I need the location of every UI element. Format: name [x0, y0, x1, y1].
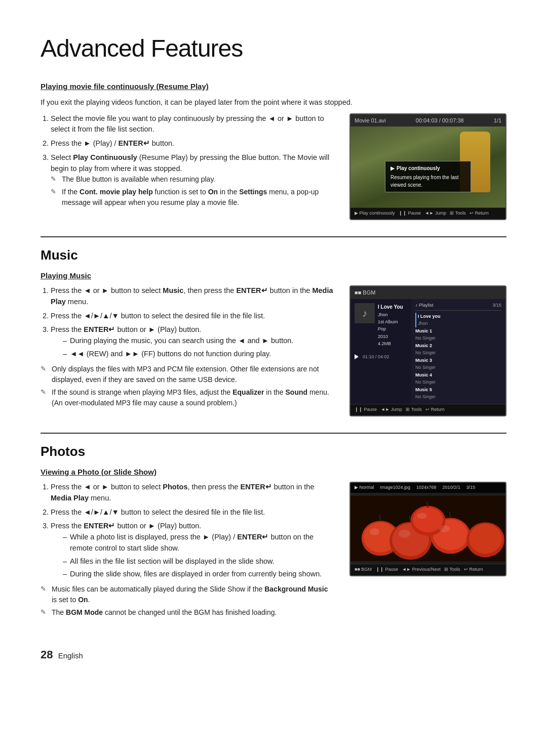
page-footer: 28 English: [41, 646, 506, 663]
music-screen: ■■ BGM ♪ I Love You Jhon 1st Album Pop 2…: [349, 285, 506, 416]
dash-item: All files in the file list section will …: [63, 556, 333, 567]
note-item: The BGM Mode cannot be changed until the…: [41, 607, 333, 618]
note-item: The Blue button is available when resumi…: [51, 174, 333, 185]
step-item: Press the ENTER↵ button or ► (Play) butt…: [51, 521, 333, 580]
dash-item: During the slide show, files are display…: [63, 569, 333, 580]
playing-music-heading: Playing Music: [41, 270, 506, 282]
svg-point-10: [413, 507, 443, 532]
music-bottom-text: ❙❙ Pause ◄► Jump ⊞ Tools ↩ Return: [355, 406, 445, 413]
photo-resolution: 1024x768: [416, 484, 437, 491]
screen-timecode: 00:04:03 / 00:07:38: [416, 116, 464, 125]
photos-text: Press the ◄ or ► button to select Photos…: [41, 482, 333, 622]
photos-steps: Press the ◄ or ► button to select Photos…: [51, 482, 333, 580]
music-screen-body: ♪ I Love You Jhon 1st Album Pop 2010 4.2…: [350, 299, 505, 404]
music-track-info: I Love You Jhon 1st Album Pop 2010 4.2MB: [378, 303, 403, 348]
music-heading: Music: [41, 245, 506, 265]
now-playing: ♪ I Love You Jhon 1st Album Pop 2010 4.2…: [355, 303, 407, 348]
screen-top-bar: Movie 01.avi 00:04:03 / 00:07:38 1/1: [350, 114, 505, 127]
popup-title-text: Play continuously: [397, 164, 440, 172]
track-title: I Love You: [378, 303, 403, 311]
note-item: If the sound is strange when playing MP3…: [41, 387, 333, 408]
step-item: Press the ENTER↵ button or ► (Play) butt…: [51, 324, 333, 359]
track-year: 2010: [378, 333, 403, 340]
photos-heading: Photos: [41, 442, 506, 461]
movie-screen: Movie 01.avi 00:04:03 / 00:07:38 1/1 ▶ P…: [349, 113, 506, 220]
music-steps: Press the ◄ or ► button to select Music,…: [51, 285, 333, 360]
photo-mode: ▶ Normal: [355, 484, 374, 491]
step-item: Select Play Continuously (Resume Play) b…: [51, 152, 333, 208]
photo-screen: ▶ Normal Image1024.jpg 1024x768 2010/2/1…: [349, 482, 506, 576]
svg-point-18: [417, 513, 427, 519]
page-title: Advanced Features: [41, 30, 506, 67]
photos-content: Press the ◄ or ► button to select Photos…: [41, 482, 506, 622]
language-label: English: [58, 651, 83, 660]
note-item: Music files can be automatically played …: [41, 584, 333, 605]
popup-title: ▶ Play continuously: [390, 164, 465, 172]
svg-point-8: [469, 524, 502, 554]
playlist-icon: ♪ Playlist: [415, 302, 434, 309]
popup-overlay: ▶ Play continuously Resumes playing from…: [385, 161, 471, 192]
screen-filename: Movie 01.avi: [355, 116, 386, 125]
track-genre: Pop: [378, 325, 403, 332]
dash-item: While a photo list is displayed, press t…: [63, 532, 333, 554]
photo-bottom-text: ❙❙ Pause ◄► Previous/Next ⊞ Tools ↩ Retu…: [376, 566, 483, 573]
music-screen-topbar: ■■ BGM: [350, 286, 505, 299]
popup-body: Resumes playing from the last viewed sce…: [390, 174, 465, 189]
playlist-item: Music 1 No Singer: [415, 327, 501, 342]
apple-photo: [350, 495, 505, 561]
playlist-item: Music 5 No Singer: [415, 386, 501, 401]
music-divider: [41, 236, 506, 237]
photo-counter: 3/15: [466, 484, 476, 491]
viewing-photo-heading: Viewing a Photo (or Slide Show): [41, 467, 506, 478]
step-item: Press the ► (Play) / ENTER↵ button.: [51, 138, 333, 149]
photo-top-bar: ▶ Normal Image1024.jpg 1024x768 2010/2/1…: [350, 483, 505, 493]
resume-play-content: Select the movie file you want to play c…: [41, 113, 506, 220]
track-album: 1st Album: [378, 318, 403, 325]
step-item: Press the ◄ or ► button to select Music,…: [51, 285, 333, 308]
playlist-item: I Love you Jhon: [415, 313, 501, 327]
resume-play-notes: The Blue button is available when resumi…: [51, 174, 333, 208]
photos-notes: Music files can be automatically played …: [41, 584, 333, 618]
playback-controls: 01:10 / 04:02: [355, 354, 407, 361]
dash-item: ◄◄ (REW) and ►► (FF) buttons do not func…: [63, 349, 333, 360]
playlist-panel: ♪ Playlist 3/15 I Love you Jhon Music 1 …: [411, 299, 505, 404]
music-screenshot: ■■ BGM ♪ I Love You Jhon 1st Album Pop 2…: [349, 285, 506, 416]
screen-counter: 1/1: [494, 116, 501, 125]
resume-play-intro: If you exit the playing videos function,…: [41, 97, 506, 108]
svg-point-15: [370, 528, 380, 535]
music-bottom-bar: ❙❙ Pause ◄► Jump ⊞ Tools ↩ Return: [350, 404, 505, 415]
step-item: Select the movie file you want to play c…: [51, 113, 333, 136]
apple-svg: [350, 495, 505, 561]
resume-play-screenshot: Movie 01.avi 00:04:03 / 00:07:38 1/1 ▶ P…: [349, 113, 506, 220]
bgm-label: ■■ BGM: [355, 288, 375, 297]
resume-play-heading: Playing movie file continuously (Resume …: [41, 81, 506, 93]
step-item: Press the ◄ or ► button to select Photos…: [51, 482, 333, 504]
resume-play-steps: Select the movie file you want to play c…: [51, 113, 333, 208]
page-number: 28: [41, 648, 53, 661]
music-now-playing-panel: ♪ I Love You Jhon 1st Album Pop 2010 4.2…: [350, 299, 411, 404]
playlist-item: Music 2 No Singer: [415, 342, 501, 357]
photos-divider: [41, 433, 506, 434]
music-notes: Only displays the files with MP3 and PCM…: [41, 364, 333, 408]
photos-screenshot: ▶ Normal Image1024.jpg 1024x768 2010/2/1…: [349, 482, 506, 622]
playlist-item: Music 4 No Singer: [415, 371, 501, 386]
music-note-icon: ♪: [355, 303, 375, 323]
screen-bottom-bar: ▶ Play continuously ❙❙ Pause ◄► Jump ⊞ T…: [350, 207, 505, 219]
playlist-counter: 3/15: [492, 302, 501, 309]
step-item: Press the ◄/►/▲/▼ button to select the d…: [51, 311, 333, 322]
playlist-header: ♪ Playlist 3/15: [415, 302, 501, 311]
music-content: Press the ◄ or ► button to select Music,…: [41, 285, 506, 416]
photos-dash-list: While a photo list is displayed, press t…: [63, 532, 333, 580]
resume-play-text: Select the movie file you want to play c…: [41, 113, 333, 220]
music-dash-list: During playing the music, you can search…: [63, 335, 333, 360]
bottom-bar-text: ▶ Play continuously ❙❙ Pause ◄► Jump ⊞ T…: [355, 210, 489, 217]
playlist-item: Music 3 No Singer: [415, 357, 501, 371]
video-area: ▶ Play continuously Resumes playing from…: [350, 127, 505, 207]
note-item: Only displays the files with MP3 and PCM…: [41, 364, 333, 385]
music-time: 01:10 / 04:02: [363, 354, 389, 361]
bgm-label: ■■ BGM: [355, 566, 372, 573]
play-indicator: [355, 354, 359, 359]
photo-screen-body: ▶ Normal Image1024.jpg 1024x768 2010/2/1…: [350, 483, 505, 564]
photo-main-area: [350, 493, 505, 564]
photo-bottom-bar: ■■ BGM ❙❙ Pause ◄► Previous/Next ⊞ Tools…: [350, 564, 505, 575]
